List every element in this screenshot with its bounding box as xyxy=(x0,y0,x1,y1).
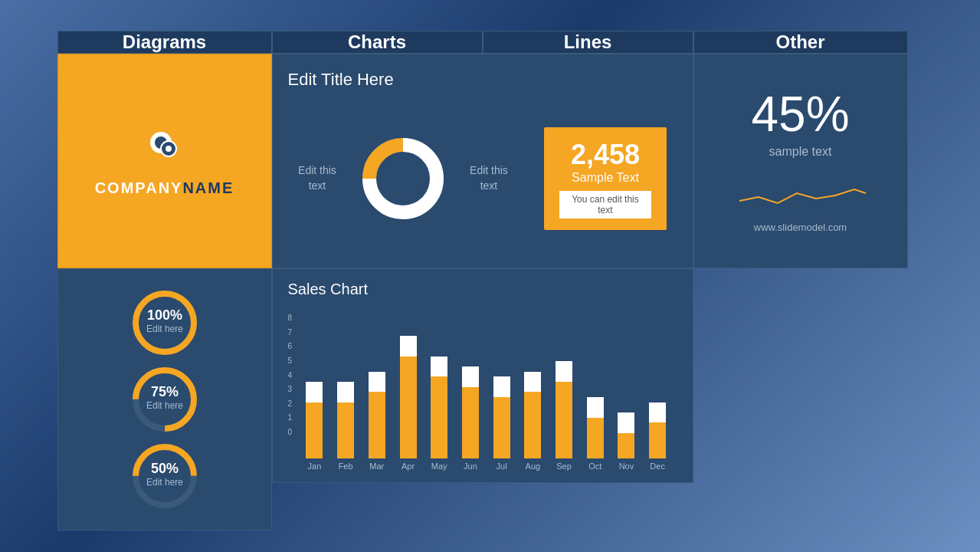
bar-stack xyxy=(618,336,634,458)
bar-white-segment xyxy=(462,366,479,387)
bar-month-label: Dec xyxy=(650,462,665,471)
bar-stack xyxy=(493,336,510,458)
bar-month-label: Feb xyxy=(339,462,353,471)
company-icon xyxy=(142,126,188,172)
ring-75: 75% Edit here xyxy=(126,361,203,438)
bar-month-label: May xyxy=(431,462,447,471)
bar-stack xyxy=(306,336,323,458)
header-charts: Charts xyxy=(272,31,483,54)
header-charts-label: Charts xyxy=(348,31,406,53)
bar-group-may: May xyxy=(424,336,455,471)
y-axis: 8 7 6 5 4 3 2 1 0 xyxy=(288,314,296,436)
stat-label: Sample Text xyxy=(572,171,639,185)
bar-group-apr: Apr xyxy=(392,336,424,471)
stat-number: 2,458 xyxy=(571,139,640,171)
company-name: COMPANY NAME xyxy=(95,179,234,197)
bar-month-label: Jun xyxy=(464,462,477,471)
sparkline xyxy=(732,174,870,212)
ring-100: 100% Edit here xyxy=(126,284,203,361)
bar-orange-segment xyxy=(524,392,541,458)
donut-right-label: Edit this text xyxy=(470,163,508,193)
bar-white-segment xyxy=(493,376,510,397)
svg-point-7 xyxy=(380,156,426,202)
bar-white-segment xyxy=(431,356,447,376)
bar-month-label: Jan xyxy=(308,462,322,471)
bar-orange-segment xyxy=(587,418,604,458)
bar-orange-segment xyxy=(649,422,666,458)
header-other: Other xyxy=(693,31,908,54)
bar-group-jul: Jul xyxy=(486,336,517,471)
sales-chart-title: Sales Chart xyxy=(288,281,677,298)
header-lines-label: Lines xyxy=(564,31,612,53)
stat-sublabel: You can edit this text xyxy=(559,191,651,219)
bar-group-sep: Sep xyxy=(549,336,580,471)
bar-group-nov: Nov xyxy=(611,336,642,471)
bar-month-label: Nov xyxy=(619,462,634,471)
percent-value: 45% xyxy=(751,90,849,139)
svg-text:Edit here: Edit here xyxy=(146,400,182,411)
company-name-bold: COMPANY xyxy=(95,179,183,197)
bar-stack xyxy=(431,336,447,458)
bar-group-oct: Oct xyxy=(579,336,611,471)
svg-text:100%: 100% xyxy=(146,307,182,323)
bar-white-segment xyxy=(524,372,541,392)
bar-month-label: Apr xyxy=(402,462,415,471)
bar-white-segment xyxy=(556,361,572,382)
bar-white-segment xyxy=(369,372,385,392)
bar-group-jan: Jan xyxy=(299,336,330,471)
bar-stack xyxy=(369,336,385,458)
bar-stack xyxy=(556,336,572,458)
svg-text:Edit here: Edit here xyxy=(146,324,182,334)
bar-group-dec: Dec xyxy=(642,336,674,471)
bar-month-label: Aug xyxy=(526,462,541,471)
bar-group-mar: Mar xyxy=(361,336,392,471)
bar-stack xyxy=(462,336,479,458)
stat-box: 2,458 Sample Text You can edit this text xyxy=(544,127,667,230)
company-name-light: NAME xyxy=(182,179,234,197)
bar-stack xyxy=(587,336,604,458)
bar-stack xyxy=(649,336,666,458)
charts-top-cell: Edit Title Here Edit this text xyxy=(272,54,693,268)
company-logo-cell: COMPANY NAME xyxy=(57,54,272,268)
svg-point-9 xyxy=(136,294,194,352)
donut-area: Edit this text xyxy=(288,105,677,252)
bar-orange-segment xyxy=(556,382,572,458)
website-link: www.slidemodel.com xyxy=(754,222,847,233)
svg-text:50%: 50% xyxy=(150,461,178,476)
bar-chart: JanFebMarAprMayJunJulAugSepOctNovDec xyxy=(295,317,677,471)
donut-chart xyxy=(357,133,449,225)
bar-orange-segment xyxy=(337,402,354,458)
bar-group-aug: Aug xyxy=(517,336,549,471)
bar-orange-segment xyxy=(462,387,479,458)
charts-top-title: Edit Title Here xyxy=(288,70,677,90)
svg-text:75%: 75% xyxy=(150,384,178,399)
bar-stack xyxy=(337,336,354,458)
svg-text:Edit here: Edit here xyxy=(146,477,182,488)
header-lines: Lines xyxy=(483,31,693,54)
header-other-label: Other xyxy=(775,31,824,53)
sample-text: sample text xyxy=(769,145,832,159)
bar-white-segment xyxy=(618,412,634,433)
other-cell: 100% Edit here 75% Edit here 50% xyxy=(57,268,272,531)
donut-left-label: Edit this text xyxy=(298,163,336,193)
header-diagrams: Diagrams xyxy=(57,31,272,54)
bar-white-segment xyxy=(306,382,323,402)
bar-white-segment xyxy=(400,336,417,356)
bar-orange-segment xyxy=(431,376,447,458)
bar-month-label: Jul xyxy=(497,462,507,471)
bar-month-label: Sep xyxy=(556,462,572,471)
bar-stack xyxy=(400,336,417,458)
bar-white-segment xyxy=(337,382,354,402)
bar-orange-segment xyxy=(618,433,634,458)
bar-white-segment xyxy=(649,402,666,422)
svg-point-3 xyxy=(166,146,172,152)
bar-orange-segment xyxy=(493,397,510,458)
bar-group-feb: Feb xyxy=(330,336,362,471)
bar-group-jun: Jun xyxy=(455,336,487,471)
ring-50: 50% Edit here xyxy=(126,438,203,514)
header-diagrams-label: Diagrams xyxy=(123,31,206,53)
bar-month-label: Oct xyxy=(588,462,601,471)
percent-cell: 45% sample text www.slidemodel.com xyxy=(693,54,908,268)
bar-stack xyxy=(524,336,541,458)
sales-chart-cell: Sales Chart 8 7 6 5 4 3 2 1 0 JanFebMarA… xyxy=(272,268,693,483)
